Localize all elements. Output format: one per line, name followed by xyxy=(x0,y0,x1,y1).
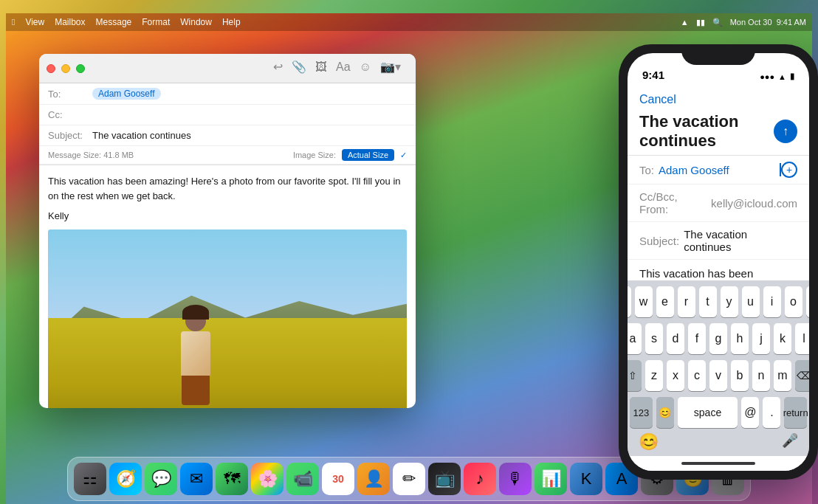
key-a[interactable]: a xyxy=(628,323,642,354)
key-o[interactable]: o xyxy=(785,286,802,317)
key-emoji[interactable]: 😊 xyxy=(656,397,674,428)
menu-view[interactable]: View xyxy=(25,17,44,27)
key-w[interactable]: w xyxy=(635,286,653,317)
subject-field-row[interactable]: Subject: The vacation continues xyxy=(39,125,416,146)
dock-appletv[interactable]: 📺 xyxy=(428,463,461,495)
key-h[interactable]: h xyxy=(731,323,749,354)
iphone-to-label: To: xyxy=(639,164,654,176)
attach-icon[interactable]: 📎 xyxy=(292,60,306,74)
dock-messages[interactable]: 💬 xyxy=(145,463,177,495)
menu-message[interactable]: Message xyxy=(96,17,132,27)
dock-podcasts[interactable]: 🎙 xyxy=(499,463,532,495)
dock-mail[interactable]: ✉ xyxy=(180,463,213,495)
cancel-button[interactable]: Cancel xyxy=(639,93,676,106)
format-icon[interactable]: Aa xyxy=(336,61,351,74)
dock-contacts[interactable]: 👤 xyxy=(357,463,390,495)
mic-button[interactable]: 🎤 xyxy=(782,432,798,452)
dock-keynote[interactable]: K xyxy=(570,463,602,495)
send-button[interactable]: ↑ xyxy=(774,120,797,143)
iphone-keyboard: q w e r t y u i o p a s d f g h xyxy=(628,280,809,456)
dock-maps[interactable]: 🗺 xyxy=(216,463,248,495)
key-z[interactable]: z xyxy=(645,360,663,391)
dock-calendar[interactable]: 30 xyxy=(322,463,354,495)
key-b[interactable]: b xyxy=(731,360,749,391)
menu-bar-left:  View Mailbox Message Format Window Hel… xyxy=(12,17,241,27)
battery-icon: ▮▮ xyxy=(696,18,705,27)
key-x[interactable]: x xyxy=(667,360,684,391)
iphone-mail-header: Cancel The vacation continues ↑ xyxy=(628,86,809,156)
menu-mailbox[interactable]: Mailbox xyxy=(55,17,85,27)
photo-person xyxy=(173,311,218,407)
menu-format[interactable]: Format xyxy=(142,17,170,27)
search-icon[interactable]: 🔍 xyxy=(712,18,723,27)
key-v[interactable]: v xyxy=(709,360,727,391)
key-e[interactable]: e xyxy=(656,286,674,317)
add-recipient-button[interactable]: + xyxy=(781,162,797,178)
mail-body[interactable]: This vacation has been amazing! Here's a… xyxy=(39,165,416,408)
apple-menu[interactable]:  xyxy=(12,17,15,27)
to-recipient[interactable]: Adam Gooseff xyxy=(92,88,161,100)
iphone-cc-label: Cc/Bcc, From: xyxy=(639,190,707,215)
actual-size-button[interactable]: Actual Size xyxy=(342,149,394,161)
menu-help[interactable]: Help xyxy=(222,17,241,27)
dock-launchpad[interactable]: ⚏ xyxy=(74,463,106,495)
to-field-row[interactable]: To: Adam Gooseff xyxy=(39,83,416,105)
minimize-button[interactable] xyxy=(61,64,70,73)
key-shift[interactable]: ⇧ xyxy=(628,360,642,391)
home-bar xyxy=(681,462,755,465)
iphone-cc-field[interactable]: Cc/Bcc, From: kelly@icloud.com xyxy=(628,184,809,222)
key-q[interactable]: q xyxy=(628,286,631,317)
wifi-icon: ▲ xyxy=(681,18,689,27)
key-g[interactable]: g xyxy=(709,323,727,354)
key-f[interactable]: f xyxy=(688,323,706,354)
image-size-label: Image Size: xyxy=(293,151,336,159)
key-at[interactable]: @ xyxy=(741,397,759,428)
key-i[interactable]: i xyxy=(763,286,781,317)
key-d[interactable]: d xyxy=(667,323,684,354)
key-m[interactable]: m xyxy=(774,360,791,391)
subject-value: The vacation continues xyxy=(92,130,407,141)
key-return[interactable]: return xyxy=(784,397,807,428)
key-123[interactable]: 123 xyxy=(630,397,653,428)
key-p[interactable]: p xyxy=(806,286,810,317)
iphone-frame: 9:41 ●●● ▲ ▮ Cancel The vacation continu… xyxy=(619,44,818,480)
maximize-button[interactable] xyxy=(76,64,85,73)
mail-compose-window: ↩ 📎 🖼 Aa ☺ 📷▾ To: Adam Gooseff Cc: Subje… xyxy=(39,54,416,408)
key-y[interactable]: y xyxy=(721,286,738,317)
dock-photos[interactable]: 🌸 xyxy=(251,463,283,495)
key-l[interactable]: l xyxy=(795,323,809,354)
close-button[interactable] xyxy=(47,64,55,73)
keyboard-accessories-row: 😊 🎤 xyxy=(630,428,807,453)
emoji-icon[interactable]: ☺ xyxy=(360,61,371,74)
key-period[interactable]: . xyxy=(763,397,780,428)
more-icon[interactable]: 📷▾ xyxy=(380,60,401,74)
key-u[interactable]: u xyxy=(742,286,760,317)
dock-facetime[interactable]: 📹 xyxy=(286,463,319,495)
mail-toolbar: ↩ 📎 🖼 Aa ☺ 📷▾ xyxy=(266,60,408,74)
key-k[interactable]: k xyxy=(774,323,791,354)
key-n[interactable]: n xyxy=(752,360,770,391)
key-r[interactable]: r xyxy=(678,286,695,317)
undo-icon[interactable]: ↩ xyxy=(273,60,283,74)
dock-freeform[interactable]: ✏ xyxy=(393,463,425,495)
key-space[interactable]: space xyxy=(678,397,738,428)
person-legs xyxy=(182,376,210,405)
iphone-subject-label: Subject: xyxy=(639,235,679,247)
menu-window[interactable]: Window xyxy=(180,17,212,27)
key-j[interactable]: j xyxy=(752,323,770,354)
emoji-button[interactable]: 😊 xyxy=(639,432,659,452)
dock-safari[interactable]: 🧭 xyxy=(109,463,142,495)
key-c[interactable]: c xyxy=(688,360,706,391)
to-label: To: xyxy=(48,89,92,100)
key-t[interactable]: t xyxy=(699,286,717,317)
cc-field-row[interactable]: Cc: xyxy=(39,105,416,125)
key-s[interactable]: s xyxy=(645,323,663,354)
key-delete[interactable]: ⌫ xyxy=(795,360,809,391)
dock-music[interactable]: ♪ xyxy=(464,463,496,495)
photo-icon[interactable]: 🖼 xyxy=(315,61,327,74)
mail-photo xyxy=(48,229,407,409)
iphone-body-area[interactable]: This vacation has been amazing! Here's a… xyxy=(628,260,809,280)
iphone-to-field[interactable]: To: Adam Gooseff + xyxy=(628,156,809,184)
iphone-subject-field[interactable]: Subject: The vacation continues xyxy=(628,222,809,260)
dock-numbers[interactable]: 📊 xyxy=(535,463,567,495)
